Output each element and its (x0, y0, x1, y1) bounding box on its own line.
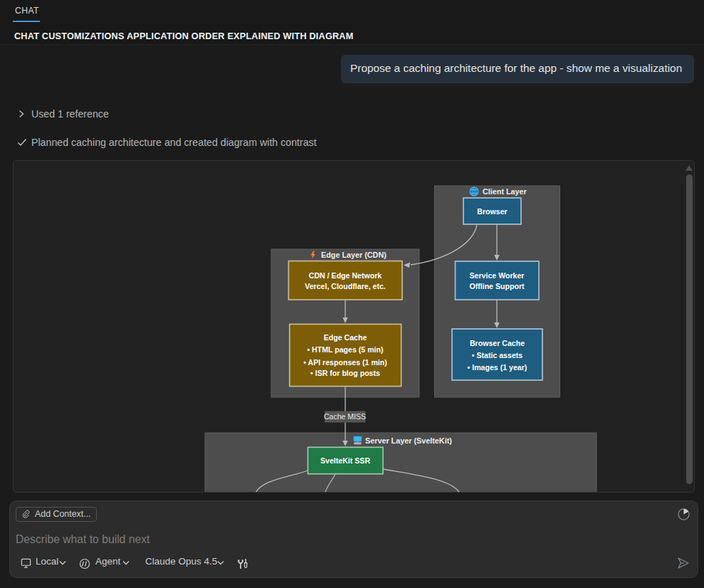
svg-text:Browser Cache: Browser Cache (470, 339, 525, 347)
svg-text:• Images (1 year): • Images (1 year) (468, 363, 527, 372)
svg-text:SvelteKit SSR: SvelteKit SSR (320, 456, 370, 465)
svg-text:• Static assets: • Static assets (472, 351, 523, 359)
svg-text:Browser: Browser (477, 207, 507, 216)
svg-text:• ISR for blog posts: • ISR for blog posts (310, 369, 380, 377)
svg-text:Server Layer (SvelteKit): Server Layer (SvelteKit) (365, 436, 452, 445)
svg-text:Edge Cache: Edge Cache (324, 333, 367, 342)
svg-text:Edge Layer (CDN): Edge Layer (CDN) (321, 251, 387, 259)
svg-text:CDN / Edge Network: CDN / Edge Network (309, 271, 382, 280)
svg-text:Service Worker: Service Worker (470, 271, 525, 280)
svg-text:• API responses (1 min): • API responses (1 min) (303, 358, 387, 367)
svg-text:Offline Support: Offline Support (469, 282, 525, 290)
svg-text:Vercel, Cloudflare, etc.: Vercel, Cloudflare, etc. (305, 282, 386, 290)
svg-text:• HTML pages (5 min): • HTML pages (5 min) (307, 345, 383, 354)
svg-text:Cache MISS: Cache MISS (324, 412, 366, 421)
svg-text:Client Layer: Client Layer (483, 187, 527, 196)
